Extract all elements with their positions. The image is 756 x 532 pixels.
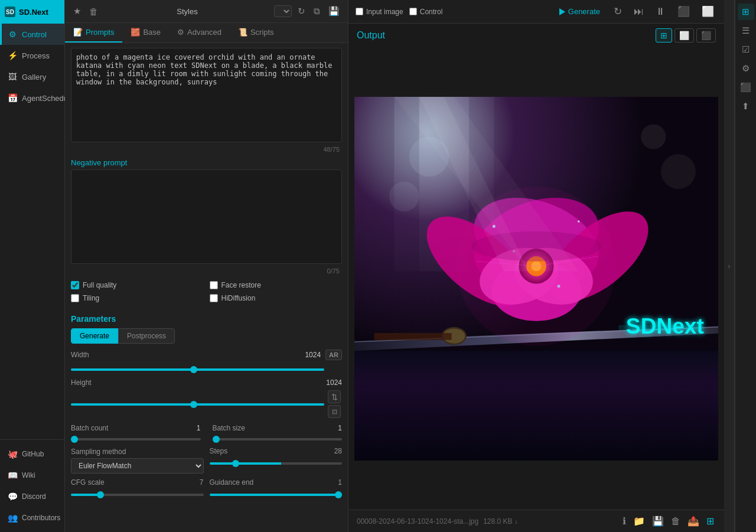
far-right-check-btn[interactable]: ☑ [738, 41, 754, 58]
far-right-grid-btn[interactable]: ⊞ [738, 4, 754, 20]
sidebar-item-agent-scheduler[interactable]: 📅 AgentScheduler [0, 87, 64, 109]
tiling-checkbox[interactable]: Tiling [71, 294, 204, 302]
ar-button[interactable]: AR [325, 350, 342, 360]
output-delete-button[interactable]: 🗑 [669, 514, 682, 528]
full-quality-checkbox[interactable]: Full quality [71, 281, 204, 289]
far-right-sidebar: ⊞ ☰ ☑ ⚙ ⬛ ⬆ [735, 0, 756, 532]
far-right-upload-btn[interactable]: ⬆ [738, 98, 754, 115]
output-image-container: SDNext [348, 47, 724, 510]
logo-icon: SD [5, 6, 15, 17]
sidebar-item-wiki[interactable]: 📖 Wiki [0, 465, 64, 486]
middle-panel: ★ 🗑 Styles ↻ ⧉ 💾 📝 Prompts 🧱 Base ⚙ Adva… [65, 0, 348, 532]
styles-dropdown[interactable] [274, 5, 292, 17]
input-image-input[interactable] [356, 8, 363, 15]
far-right-settings-btn[interactable]: ⚙ [738, 60, 754, 77]
batch-count-col: Batch count 1 [71, 424, 201, 442]
steps-col: Steps 28 [210, 447, 343, 466]
sidebar-item-github[interactable]: 🐙 GitHub [0, 443, 64, 465]
output-info-button[interactable]: ℹ [621, 514, 628, 528]
set-dimensions-button[interactable]: ⊡ [328, 405, 341, 418]
control-input[interactable] [409, 8, 417, 15]
generate-button[interactable]: Generate [555, 5, 605, 18]
steps-value: 28 [334, 447, 342, 455]
height-slider[interactable] [71, 403, 324, 406]
svg-rect-4 [354, 351, 718, 461]
play-icon [559, 8, 565, 15]
param-tab-postprocess[interactable]: Postprocess [118, 328, 175, 344]
gallery-icon: 🖼 [8, 72, 17, 81]
guidance-end-col: Guidance end 1 [210, 478, 343, 498]
height-label: Height [71, 378, 118, 387]
sidebar-item-contributors[interactable]: 👥 Contributors [0, 507, 64, 528]
full-quality-input[interactable] [71, 281, 79, 289]
output-section: Output ⊞ ⬜ ⬛ [348, 24, 724, 532]
sidebar-item-control[interactable]: ⚙ Control [0, 24, 64, 45]
tab-scripts[interactable]: 📜 Scripts [230, 23, 282, 43]
tab-advanced[interactable]: ⚙ Advanced [169, 23, 230, 43]
sampling-row: Sampling method Euler FlowMatch Euler DP… [71, 447, 342, 474]
param-tab-generate[interactable]: Generate [71, 328, 118, 344]
face-restore-input[interactable] [210, 281, 218, 289]
param-tabs: Generate Postprocess [71, 328, 342, 344]
batch-count-value: 1 [197, 424, 201, 432]
split-view-button[interactable]: ⬛ [674, 4, 693, 19]
parameters-title: Parameters [71, 311, 342, 328]
batch-count-slider[interactable] [71, 438, 201, 440]
advanced-tab-icon: ⚙ [177, 28, 184, 37]
height-section: Height 1024 ⇅ ⊡ [71, 378, 342, 418]
save-styles-button[interactable]: 💾 [326, 5, 342, 18]
checkbox-group-left: Full quality Tiling [71, 281, 204, 302]
app-logo[interactable]: SD SD.Next [0, 0, 64, 24]
output-share-button[interactable]: 📤 [686, 514, 701, 528]
output-bottom-bar: 00008-2024-06-13-1024-1024-sta...jpg 128… [348, 510, 724, 532]
width-label: Width [71, 351, 118, 359]
sidebar-item-process[interactable]: ⚡ Process [0, 45, 64, 66]
prompt-input[interactable]: photo of a magenta ice covered orchid wi… [71, 48, 342, 142]
negative-prompt-input[interactable] [71, 169, 342, 264]
guidance-end-slider[interactable] [210, 494, 343, 496]
output-view-grid[interactable]: ⊞ [656, 28, 672, 43]
output-view-single[interactable]: ⬜ [674, 28, 694, 43]
sync-button[interactable]: ↻ [611, 4, 625, 19]
full-quality-label: Full quality [83, 281, 116, 289]
batch-size-label: Batch size [213, 424, 245, 432]
pause-button[interactable]: ⏸ [653, 4, 669, 19]
control-checkbox[interactable]: Control [409, 8, 443, 16]
hi-diffusion-input[interactable] [210, 294, 218, 302]
sidebar-item-gallery[interactable]: 🖼 Gallery [0, 66, 64, 87]
far-right-dark-btn[interactable]: ⬛ [738, 79, 754, 96]
discord-icon: 💬 [8, 492, 17, 501]
trash-button[interactable]: 🗑 [87, 5, 100, 18]
hi-diffusion-checkbox[interactable]: HiDiffusion [210, 294, 343, 302]
cfg-scale-slider[interactable] [71, 494, 204, 496]
star-button[interactable]: ★ [71, 5, 83, 18]
face-restore-checkbox[interactable]: Face restore [210, 281, 343, 289]
sidebar-item-discord[interactable]: 💬 Discord [0, 486, 64, 507]
skip-button[interactable]: ⏭ [631, 4, 647, 19]
tab-base[interactable]: 🧱 Base [122, 23, 169, 43]
batch-size-slider[interactable] [213, 438, 343, 440]
output-folder-button[interactable]: 📁 [631, 514, 647, 528]
guidance-end-label: Guidance end [210, 478, 254, 487]
output-save-button[interactable]: 💾 [650, 514, 666, 528]
steps-slider[interactable] [210, 462, 343, 465]
sidebar-item-label: Wiki [22, 471, 35, 479]
styles-header: ★ 🗑 Styles ↻ ⧉ 💾 [65, 0, 348, 23]
batch-count-label: Batch count [71, 424, 108, 432]
tiling-input[interactable] [71, 294, 79, 302]
sidebar-item-label: Contributors [22, 514, 60, 522]
sampling-method-select[interactable]: Euler FlowMatch Euler DPM++ DDIM [71, 458, 204, 474]
parameters-section: Parameters Generate Postprocess Width 10… [65, 307, 348, 506]
output-view-filmstrip[interactable]: ⬛ [696, 28, 716, 43]
far-right-list-btn[interactable]: ☰ [738, 22, 754, 39]
input-image-label: Input image [366, 8, 403, 16]
fullscreen-button[interactable]: ⬜ [699, 4, 717, 19]
copy-button[interactable]: ⧉ [311, 5, 322, 18]
width-slider[interactable] [71, 368, 324, 371]
input-image-checkbox[interactable]: Input image [356, 8, 403, 16]
collapse-right-button[interactable]: › [724, 0, 735, 532]
output-grid-button[interactable]: ⊞ [705, 514, 716, 528]
tab-prompts[interactable]: 📝 Prompts [65, 23, 122, 43]
swap-dimensions-button[interactable]: ⇅ [328, 390, 341, 403]
refresh-button[interactable]: ↻ [295, 5, 308, 18]
